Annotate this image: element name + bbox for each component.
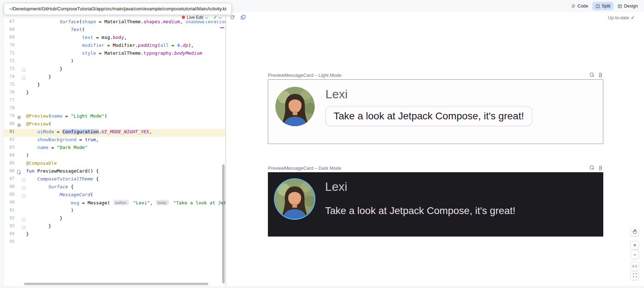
preview-card-light[interactable]: Lexi Take a look at Jetpack Compose, it'… [268, 79, 603, 144]
gutter: 75 [4, 82, 26, 90]
preview-settings-icon[interactable] [16, 113, 22, 121]
code-line[interactable]: 78 [4, 105, 225, 113]
fold-marker[interactable] [22, 223, 26, 231]
run-on-device-icon[interactable] [598, 72, 603, 78]
run-preview-icon[interactable] [16, 168, 22, 176]
zoom-in-button[interactable]: + [630, 241, 639, 249]
gutter: 82 [4, 137, 26, 145]
code-line[interactable]: 79@Preview(name = "Light Mode") [4, 113, 225, 121]
gutter-spacer [16, 82, 22, 90]
inspection-status-widget[interactable]: ✓ [213, 15, 221, 20]
zoom-to-fit-button[interactable] [630, 272, 639, 280]
horizontal-scrollbar[interactable] [24, 283, 208, 285]
gutter: 90 [4, 200, 26, 208]
code-mode-button[interactable]: Code [568, 2, 591, 10]
code-text: } [26, 90, 29, 98]
gutter: 76 [4, 90, 26, 98]
code-line[interactable]: 84) [4, 153, 225, 160]
vertical-scrollbar[interactable] [222, 164, 225, 283]
code-line[interactable]: 86fun PreviewMessageCard() { [4, 168, 225, 176]
line-number: 73 [4, 66, 16, 74]
code-line[interactable]: 94} [4, 231, 225, 239]
line-number: 78 [4, 105, 16, 113]
code-editor-pane[interactable]: 67 Surface(shape = MaterialTheme.shapes.… [4, 12, 225, 286]
code-line[interactable]: 83 name = "Dark Mode" [4, 145, 225, 153]
author-name: Lexi [325, 87, 532, 101]
build-refresh-button[interactable] [228, 14, 236, 22]
ui-check-icon [240, 15, 246, 21]
preview-card-dark[interactable]: Lexi Take a look at Jetpack Compose, it'… [268, 172, 603, 237]
code-line[interactable]: 92 } [4, 215, 225, 223]
live-edit-indicator[interactable]: Live Edit [182, 15, 208, 20]
code-line[interactable]: 81 uiMode = Configuration.UI_MODE_NIGHT_… [4, 129, 225, 137]
fold-spacer [22, 113, 26, 121]
code-line[interactable]: 70 modifier = Modifier.padding(all = 4.d… [4, 43, 225, 50]
fold-spacer [22, 129, 26, 137]
zoom-in-icon: + [633, 242, 636, 248]
line-number: 88 [4, 184, 16, 192]
fold-marker[interactable] [22, 184, 26, 192]
parameter-name-hint: body: [156, 200, 169, 205]
interactive-mode-icon[interactable] [589, 72, 595, 78]
line-number: 77 [4, 98, 16, 105]
code-line[interactable]: 87 ComposeTutorialTheme { [4, 176, 225, 184]
gutter: 86 [4, 168, 26, 176]
gutter-spacer [16, 192, 22, 200]
code-line[interactable]: 71 style = MaterialTheme.typography.body… [4, 50, 225, 58]
code-line[interactable]: 73 } [4, 66, 225, 74]
parameter-name-hint: author: [113, 200, 129, 205]
design-mode-button[interactable]: Design [614, 2, 641, 10]
fold-spacer [22, 58, 26, 66]
line-number: 68 [4, 27, 16, 35]
code-text: msg = Message( author: "Lexi", body: "Ta… [26, 200, 225, 208]
gutter-spacer [16, 231, 22, 239]
fold-marker[interactable] [22, 74, 26, 82]
gutter: 79 [4, 113, 26, 121]
fold-spacer [22, 160, 26, 168]
code-line[interactable]: 88 Surface { [4, 184, 225, 192]
line-number: 74 [4, 74, 16, 82]
code-line[interactable]: 76} [4, 90, 225, 98]
code-line[interactable]: 85@Composable [4, 160, 225, 168]
code-line[interactable]: 69 text = msg.body, [4, 35, 225, 43]
gutter: 95 [4, 239, 26, 247]
gutter: 84 [4, 153, 26, 160]
fold-marker[interactable] [22, 66, 26, 74]
file-path-popup[interactable]: ~/Development/GitHub/ComposeTutorial3/ap… [4, 3, 232, 15]
zoom-out-button[interactable]: − [630, 250, 639, 259]
run-on-device-icon[interactable] [598, 165, 603, 171]
split-mode-button[interactable]: Split [592, 2, 614, 10]
preview-settings-icon[interactable] [16, 121, 22, 129]
code-line[interactable]: 89 MessageCard( [4, 192, 225, 200]
gutter-spacer [16, 90, 22, 98]
code-line[interactable]: 77 [4, 98, 225, 105]
zoom-reset-button[interactable]: 1:1 [630, 262, 639, 270]
fold-marker[interactable] [22, 192, 26, 200]
code-line[interactable]: 82 showBackground = true, [4, 137, 225, 145]
code-line[interactable]: 95 [4, 239, 225, 247]
code-line[interactable]: 80@Preview( [4, 121, 225, 129]
code-line[interactable]: 91 ) [4, 208, 225, 215]
preview-title[interactable]: PreviewMessageCard – Light Mode [268, 73, 589, 78]
code-line[interactable]: 93 } [4, 223, 225, 231]
preview-panel-dark: PreviewMessageCard – Dark Mode [268, 164, 603, 237]
line-number: 67 [4, 19, 16, 27]
gutter-spacer [16, 98, 22, 105]
code-line[interactable]: 90 msg = Message( author: "Lexi", body: … [4, 200, 225, 208]
code-line[interactable]: 72 ) [4, 58, 225, 66]
gutter-spacer [16, 50, 22, 58]
line-number: 84 [4, 153, 16, 160]
ui-check-button[interactable] [239, 14, 247, 22]
fold-marker[interactable] [22, 215, 26, 223]
code-line[interactable]: 75 } [4, 82, 225, 90]
code-line[interactable]: 68 Text( [4, 27, 225, 35]
live-edit-icon [182, 16, 185, 19]
fold-spacer [22, 98, 26, 105]
interactive-mode-icon[interactable] [589, 165, 595, 171]
line-number: 71 [4, 50, 16, 58]
fold-marker[interactable] [22, 176, 26, 184]
preview-title[interactable]: PreviewMessageCard – Dark Mode [268, 165, 589, 171]
pan-button[interactable] [630, 228, 639, 237]
code-line[interactable]: 74 } [4, 74, 225, 82]
code-text: } [26, 223, 51, 231]
